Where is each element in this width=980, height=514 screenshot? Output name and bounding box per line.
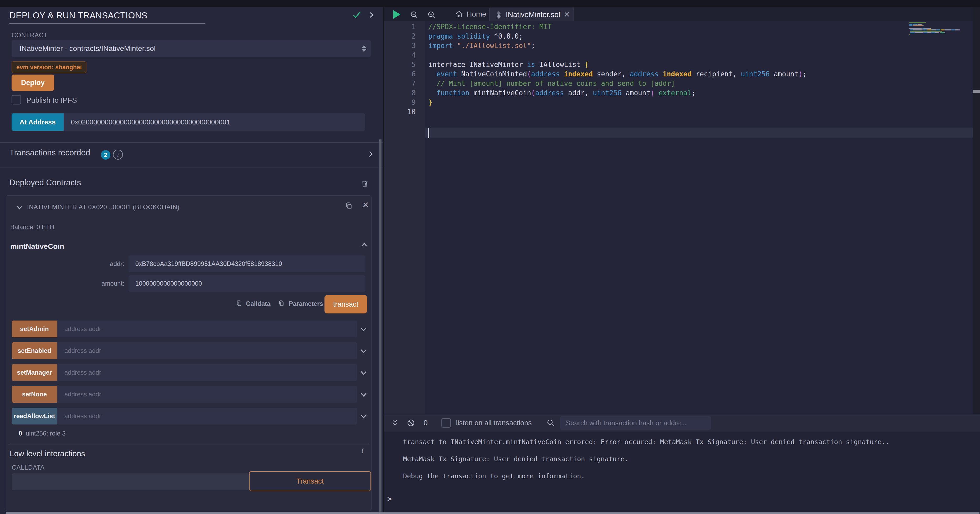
title-underline (10, 23, 205, 24)
editor-gutter: 12345678910 (384, 21, 425, 414)
info-icon[interactable]: i (113, 150, 123, 160)
tab-home-label: Home (467, 10, 486, 18)
setNone-expand-chevron-down-icon[interactable] (360, 390, 368, 398)
copy-calldata-label[interactable]: Calldata (246, 300, 270, 308)
code-line: function mintNativeCoin(address addr, ui… (428, 88, 696, 98)
transactions-count-badge: 2 (101, 150, 110, 160)
terminal-toolbar: 0 listen on all transactions (384, 414, 980, 432)
line-number: 10 (407, 107, 416, 117)
pending-transactions-count: 0 (423, 419, 428, 427)
code-line: pragma solidity ^0.8.0; (428, 32, 523, 41)
page-horizontal-scrollbar-thumb[interactable] (6, 512, 980, 514)
low-level-title: Low level interactions (10, 449, 85, 458)
evm-version-badge: evm version: shanghai (11, 62, 86, 73)
panel-collapse-chevron-right-icon[interactable] (367, 11, 375, 19)
page-vertical-scrollbar-thumb[interactable] (973, 90, 980, 93)
setAdmin-expand-chevron-down-icon[interactable] (360, 325, 368, 333)
home-icon (455, 10, 463, 18)
tab-home[interactable]: Home (450, 7, 492, 21)
setNone-button[interactable]: setNone (12, 386, 57, 403)
terminal-expand-double-chevron-icon[interactable] (391, 419, 399, 427)
setManager-button[interactable]: setManager (12, 364, 57, 381)
remove-instance-close-icon[interactable]: ✕ (362, 200, 369, 209)
contract-select[interactable]: INativeMinter - contracts/INativeMinter.… (11, 40, 371, 57)
tab-close-icon[interactable]: ✕ (564, 10, 570, 19)
editor-zoom-in-icon[interactable] (427, 11, 436, 19)
transactions-recorded-label: Transactions recorded (10, 148, 90, 157)
transact-button[interactable]: transact (325, 295, 367, 313)
setAdmin-input[interactable] (57, 320, 357, 337)
addr-field-input[interactable] (129, 255, 366, 272)
panel-scrollbar[interactable] (379, 139, 382, 514)
low-level-transact-button[interactable]: Transact (249, 471, 371, 491)
line-number: 3 (412, 41, 416, 51)
publish-ipfs-checkbox[interactable] (11, 95, 21, 105)
run-script-play-icon[interactable] (393, 10, 400, 19)
copy-parameters-label[interactable]: Parameters (289, 300, 323, 308)
contract-select-value: INativeMinter - contracts/INativeMinter.… (19, 44, 156, 52)
low-level-calldata-input[interactable] (12, 473, 249, 490)
terminal-prompt[interactable]: > (387, 495, 392, 503)
copy-calldata-icon[interactable] (235, 300, 243, 307)
instance-collapse-chevron-down-icon[interactable] (16, 203, 23, 211)
output-value: : uint256: role 3 (22, 430, 65, 437)
code-line: // Mint [amount] number of native coins … (428, 79, 675, 88)
readAllowList-expand-chevron-down-icon[interactable] (360, 412, 368, 420)
line-number: 7 (412, 79, 416, 88)
terminal-log-line: transact to INativeMinter.mintNativeCoin… (403, 437, 889, 454)
function-collapse-chevron-up-icon[interactable] (360, 241, 368, 249)
code-line: //SPDX-License-Identifier: MIT (428, 22, 552, 32)
line-number: 5 (412, 60, 416, 69)
line-number: 9 (412, 98, 416, 107)
instance-title[interactable]: INATIVEMINTER AT 0X020...00001 (BLOCKCHA… (27, 203, 180, 211)
line-number: 2 (412, 32, 416, 41)
deploy-button[interactable]: Deploy (11, 75, 54, 91)
transactions-expand-chevron-right-icon[interactable] (367, 150, 375, 158)
line-number: 4 (412, 51, 416, 60)
output-index: 0 (19, 430, 22, 437)
code-editor[interactable]: 12345678910 //SPDX-License-Identifier: M… (384, 21, 973, 414)
setEnabled-button[interactable]: setEnabled (12, 342, 57, 359)
code-line: event NativeCoinMinted(address indexed s… (428, 69, 807, 79)
at-address-button[interactable]: At Address (11, 113, 64, 131)
section-divider (0, 167, 383, 168)
select-spinner-icon[interactable] (361, 44, 366, 53)
panel-title: DEPLOY & RUN TRANSACTIONS (10, 11, 147, 21)
readAllowList-button[interactable]: readAllowList (12, 408, 57, 425)
line-number: 8 (412, 88, 416, 98)
tab-file-label: INativeMinter.sol (506, 11, 560, 19)
clear-instances-trash-icon[interactable] (361, 179, 369, 188)
current-line-highlight (425, 128, 973, 138)
instance-balance: Balance: 0 ETH (10, 224, 54, 231)
terminal-clear-ban-icon[interactable] (407, 419, 415, 427)
setEnabled-expand-chevron-down-icon[interactable] (360, 347, 368, 355)
deploy-run-panel: DEPLOY & RUN TRANSACTIONS CONTRACT INati… (0, 7, 383, 514)
copy-parameters-icon[interactable] (278, 300, 285, 307)
line-number: 6 (412, 69, 416, 79)
terminal-log-line: MetaMask Tx Signature: User denied trans… (403, 454, 889, 471)
at-address-input[interactable] (64, 113, 365, 131)
setAdmin-button[interactable]: setAdmin (12, 320, 57, 337)
tab-inativeminter-sol[interactable]: INativeMinter.sol ✕ (489, 8, 574, 21)
readAllowList-input[interactable] (57, 408, 357, 425)
line-number: 1 (412, 22, 416, 32)
editor-minimap[interactable] (909, 22, 971, 38)
setManager-expand-chevron-down-icon[interactable] (360, 369, 368, 377)
terminal-log: transact to INativeMinter.mintNativeCoin… (403, 437, 889, 488)
setEnabled-input[interactable] (57, 342, 357, 359)
section-divider (0, 142, 383, 143)
amount-field-input[interactable] (129, 275, 366, 292)
low-level-info-icon[interactable]: i (361, 446, 363, 454)
terminal-log-line: Debug the transaction to get more inform… (403, 471, 889, 488)
contract-instance-card: INATIVEMINTER AT 0X020...00001 (BLOCKCHA… (6, 195, 372, 511)
search-icon (546, 419, 555, 427)
contract-label: CONTRACT (11, 32, 48, 39)
setManager-input[interactable] (57, 364, 357, 381)
copy-address-icon[interactable] (344, 201, 353, 210)
setNone-input[interactable] (57, 386, 357, 403)
editor-zoom-out-icon[interactable] (410, 11, 419, 19)
addr-field-label: addr: (90, 260, 124, 268)
listen-all-transactions-checkbox[interactable] (441, 418, 451, 428)
function-name-label: mintNativeCoin (10, 242, 64, 251)
terminal-search-input[interactable] (560, 416, 711, 430)
